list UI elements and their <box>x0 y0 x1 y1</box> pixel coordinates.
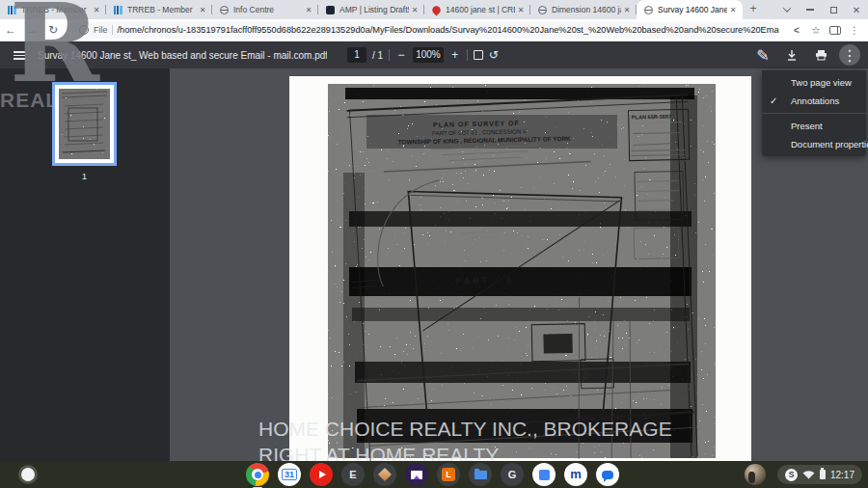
menu-item-two-page-view[interactable]: Two page view <box>762 73 866 92</box>
youtube-icon[interactable] <box>310 463 333 486</box>
zoom-level-input[interactable]: 100% <box>413 47 444 63</box>
tab-title: Survay 14600 Jane st <box>658 5 727 14</box>
battery-icon <box>820 470 826 479</box>
zoom-out-button[interactable]: − <box>395 48 407 62</box>
tab-survey-active[interactable]: Survay 14600 Jane st ✕ <box>637 0 743 19</box>
tab-close-icon[interactable]: ✕ <box>303 6 314 14</box>
pdf-more-options-icon[interactable]: ⋮ <box>839 44 860 66</box>
tab-info-centre[interactable]: Info Centre ✕ <box>212 0 318 19</box>
pdf-options-menu: Two page view ✓ Annotations Present Docu… <box>762 70 866 156</box>
address-bar[interactable]: i File /home/chronos/u-183519791facff0ff… <box>71 22 779 39</box>
check-icon: ✓ <box>770 92 777 110</box>
part-number: 5 <box>506 275 511 285</box>
user-avatar[interactable] <box>745 464 766 485</box>
tab-close-icon[interactable]: ✕ <box>727 6 739 14</box>
print-icon[interactable] <box>810 44 831 66</box>
globe-favicon <box>644 6 653 14</box>
survey-plan-drawing: PLAN OF SURVEY OF PART OF LOT 31 , CONCE… <box>289 76 751 461</box>
page-count-label: / 1 <box>372 50 383 61</box>
divider <box>389 49 390 61</box>
zoom-in-button[interactable]: + <box>449 48 461 62</box>
tab-close-icon[interactable]: ✕ <box>91 6 102 14</box>
pdf-document-title: Survay 14600 Jane st_ Web based and secu… <box>38 50 327 61</box>
tab-title: Dimension 14600 jane <box>552 5 621 14</box>
trreb-favicon <box>114 6 122 14</box>
plan-number-label: PLAN 65R-5667 <box>632 114 671 121</box>
globe-favicon <box>220 6 229 14</box>
restore-button[interactable] <box>822 0 845 19</box>
toolbar-actions: < ☆ ⋮ <box>787 24 864 37</box>
gallery-icon[interactable] <box>405 463 428 486</box>
page-thumbnail[interactable] <box>52 82 117 166</box>
pdf-toolbar: Survay 14600 Jane st_ Web based and secu… <box>0 41 868 68</box>
tab-close-icon[interactable]: ✕ <box>409 6 420 14</box>
divider <box>467 49 468 61</box>
chrome-icon[interactable] <box>246 463 269 486</box>
notification-badge: S <box>785 469 798 481</box>
page-info-icon[interactable]: i <box>79 25 89 35</box>
tab-title: Info Centre <box>233 5 303 14</box>
reload-button[interactable]: ↻ <box>42 23 64 37</box>
side-panel-icon[interactable] <box>826 26 845 35</box>
window-controls: ✕ <box>775 0 868 19</box>
url-text: /home/chronos/u-183519791facff0ff9550d68… <box>118 25 779 35</box>
forward-button[interactable]: → <box>21 23 42 37</box>
sidebar-toggle-icon[interactable] <box>14 51 26 60</box>
l-app-icon[interactable]: L <box>437 463 460 486</box>
system-tray: S 12:17 <box>745 461 868 488</box>
amp-favicon <box>326 6 335 14</box>
wifi-icon <box>802 470 815 479</box>
annotate-pencil-icon[interactable]: ✎ <box>752 44 773 66</box>
close-window-button[interactable]: ✕ <box>845 0 868 19</box>
chromeos-shelf: 31 E L G m S 12:17 <box>0 461 868 488</box>
google-app-icon[interactable]: G <box>501 463 524 486</box>
share-icon[interactable]: < <box>787 25 806 36</box>
tab-title: TRREB - Member <box>21 5 91 14</box>
tab-crea[interactable]: 14600 jane st | CREA W ✕ <box>424 0 530 19</box>
launcher-button[interactable] <box>21 468 35 481</box>
messages-icon[interactable] <box>596 463 619 486</box>
menu-item-annotations[interactable]: ✓ Annotations <box>762 92 866 110</box>
tab-close-icon[interactable]: ✕ <box>621 6 633 14</box>
email-app-icon[interactable]: E <box>341 463 365 486</box>
bookmark-star-icon[interactable]: ☆ <box>806 24 826 37</box>
url-scheme-label: File <box>94 25 108 35</box>
tab-title: 14600 jane st | CREA W <box>446 5 515 14</box>
globe-favicon <box>538 6 547 14</box>
page-number-input[interactable]: 1 <box>347 47 366 63</box>
tab-amp-listing[interactable]: AMP | Listing Draft50 ✕ <box>318 0 424 19</box>
mailcom-icon[interactable]: m <box>564 463 587 486</box>
shelf-apps: 31 E L G m <box>246 463 619 486</box>
files-app-icon[interactable] <box>469 463 492 486</box>
blue-app-icon[interactable] <box>532 463 556 486</box>
thumbnail-sidebar: 1 <box>0 68 170 461</box>
thumbnail-page-number: 1 <box>52 172 117 181</box>
new-tab-button[interactable]: + <box>743 0 764 19</box>
menu-divider <box>762 113 866 114</box>
tab-search-icon[interactable] <box>775 0 799 19</box>
tab-trreb-1[interactable]: TRREB - Member ✕ <box>0 0 106 19</box>
tab-close-icon[interactable]: ✕ <box>515 6 527 14</box>
part-label: PART <box>455 276 490 286</box>
status-area[interactable]: S 12:17 <box>777 465 862 484</box>
fit-to-page-icon[interactable] <box>474 50 483 60</box>
minimize-button[interactable] <box>799 0 822 19</box>
page-controls: 1 / 1 − 100% + ↺ <box>347 47 499 63</box>
screen: TRREB - Member ✕ TRREB - Member ✕ Info C… <box>0 0 868 488</box>
tab-strip: TRREB - Member ✕ TRREB - Member ✕ Info C… <box>0 0 868 19</box>
tab-trreb-2[interactable]: TRREB - Member ✕ <box>106 0 212 19</box>
tab-title: TRREB - Member <box>127 5 197 14</box>
tab-dimension[interactable]: Dimension 14600 jane ✕ <box>530 0 637 19</box>
back-button[interactable]: ← <box>0 23 21 37</box>
cube-app-icon[interactable] <box>373 463 396 486</box>
tab-close-icon[interactable]: ✕ <box>197 6 208 14</box>
browser-toolbar: ← → ↻ i File /home/chronos/u-183519791fa… <box>0 19 868 41</box>
menu-item-document-properties[interactable]: Document properties <box>762 135 866 153</box>
download-icon[interactable] <box>781 44 802 66</box>
pdf-page[interactable]: PLAN OF SURVEY OF PART OF LOT 31 , CONCE… <box>289 76 751 461</box>
menu-item-present[interactable]: Present <box>762 117 866 135</box>
rotate-icon[interactable]: ↺ <box>489 48 499 62</box>
calendar-icon[interactable]: 31 <box>278 463 301 486</box>
crea-favicon <box>430 4 442 15</box>
browser-menu-icon[interactable]: ⋮ <box>845 25 864 36</box>
